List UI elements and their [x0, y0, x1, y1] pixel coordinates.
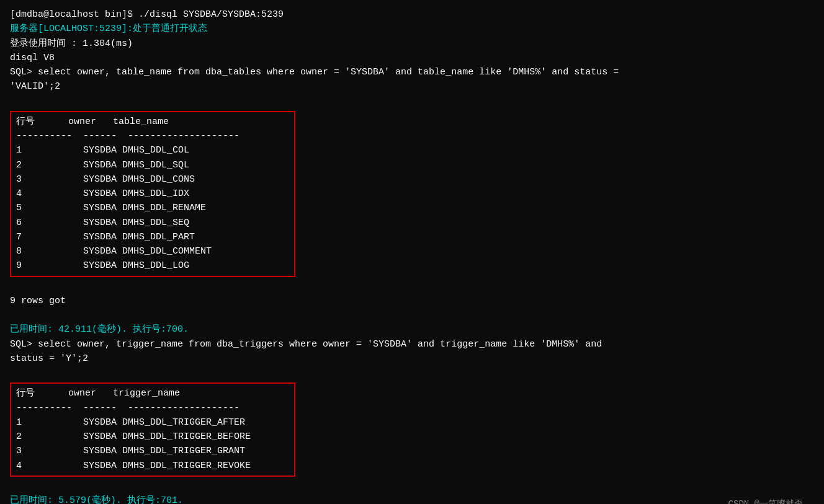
result1-row-4: 4 SYSDBA DMHS_DDL_IDX [16, 187, 289, 201]
result-box-2: 行号 owner trigger_name ---------- ------ … [10, 382, 295, 477]
result1-rows: 1 SYSDBA DMHS_DDL_COL 2 SYSDBA DMHS_DDL_… [16, 143, 289, 273]
result2-row-3: 3 SYSDBA DMHS_DDL_TRIGGER_GRANT [16, 444, 289, 458]
timing2: 已用时间: 5.579(毫秒). 执行号:701. [10, 493, 814, 504]
sql2-query-line2: status = 'Y';2 [10, 351, 814, 366]
result1-count: 9 rows got [10, 294, 814, 308]
result2-rows: 1 SYSDBA DMHS_DDL_TRIGGER_AFTER 2 SYSDBA… [16, 415, 289, 473]
result1-row-6: 6 SYSDBA DMHS_DDL_SEQ [16, 216, 289, 230]
terminal-window: [dmdba@localhost bin]$ ./disql SYSDBA/SY… [10, 7, 814, 504]
result2-separator: ---------- ------ -------------------- [16, 401, 289, 415]
result2-row-2: 2 SYSDBA DMHS_DDL_TRIGGER_BEFORE [16, 430, 289, 444]
timing1: 已用时间: 42.911(毫秒). 执行号:700. [10, 322, 814, 337]
result1-row-1: 1 SYSDBA DMHS_DDL_COL [16, 143, 289, 157]
sql2-prompt: SQL> [10, 339, 32, 350]
result2-row-4: 4 SYSDBA DMHS_DDL_TRIGGER_REVOKE [16, 459, 289, 473]
result1-row-7: 7 SYSDBA DMHS_DDL_PART [16, 230, 289, 244]
result1-row-3: 3 SYSDBA DMHS_DDL_CONS [16, 172, 289, 187]
csdn-watermark: CSDN @一笑嘴就歪 [728, 498, 803, 504]
result2-row-1: 1 SYSDBA DMHS_DDL_TRIGGER_AFTER [16, 415, 289, 430]
result2-header: 行号 owner trigger_name [16, 386, 289, 400]
empty-line-5 [10, 479, 814, 493]
server-status-2: 登录使用时间 : 1.304(ms) [10, 37, 814, 51]
server-status-3: disql V8 [10, 51, 814, 65]
result1-header: 行号 owner table_name [16, 115, 289, 129]
result1-separator: ---------- ------ -------------------- [16, 129, 289, 143]
server-status-1: 服务器[LOCALHOST:5239]:处于普通打开状态 [10, 22, 814, 36]
empty-line-4 [10, 366, 814, 380]
result1-row-2: 2 SYSDBA DMHS_DDL_SQL [16, 158, 289, 172]
sql2-query-line1: SQL> select owner, trigger_name from dba… [10, 337, 814, 351]
sql1-prompt: SQL> [10, 67, 32, 77]
initial-command-line: [dmdba@localhost bin]$ ./disql SYSDBA/SY… [10, 7, 814, 22]
sql1-query-line2: 'VALID';2 [10, 79, 814, 94]
empty-line-3 [10, 308, 814, 322]
result1-row-8: 8 SYSDBA DMHS_DDL_COMMENT [16, 244, 289, 259]
result-box-1: 行号 owner table_name ---------- ------ --… [10, 111, 295, 277]
empty-line-2 [10, 280, 814, 294]
result1-row-5: 5 SYSDBA DMHS_DDL_RENAME [16, 201, 289, 215]
sql1-query-line1: SQL> select owner, table_name from dba_t… [10, 65, 814, 79]
result1-row-9: 9 SYSDBA DMHS_DDL_LOG [16, 259, 289, 273]
empty-line-1 [10, 94, 814, 108]
